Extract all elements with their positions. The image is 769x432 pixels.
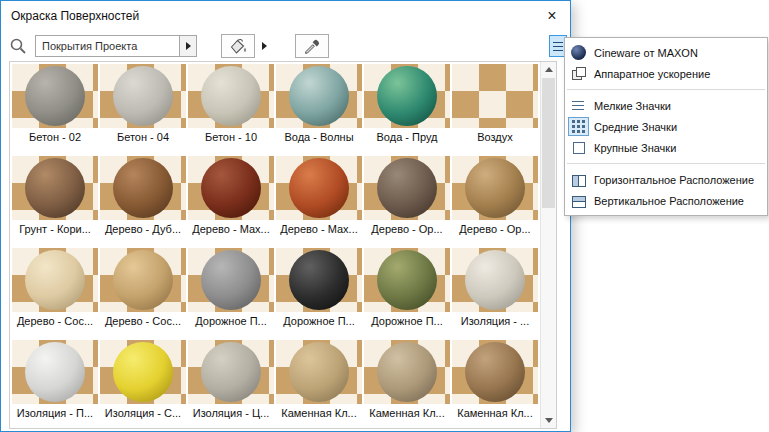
eyedropper-icon (303, 37, 321, 55)
vertical-scrollbar[interactable] (540, 62, 556, 428)
catalog-select-value: Покрытия Проекта (36, 36, 179, 56)
material-sphere (25, 342, 85, 402)
material-label: Каменная Кл... (276, 407, 362, 420)
material-label: Дорожное П... (364, 315, 450, 328)
menu-item-label: Вертикальное Расположение (594, 195, 744, 207)
material-item[interactable]: Бетон - 10 (188, 64, 274, 154)
material-item[interactable]: Дерево - Мах... (276, 156, 362, 246)
material-item[interactable]: Изоляция - П... (12, 340, 98, 428)
material-sphere (465, 342, 525, 402)
menu-item-icon-box (568, 64, 589, 83)
material-item[interactable]: Каменная Кл... (364, 340, 450, 428)
material-label: Изоляция - ... (452, 315, 538, 328)
paint-bucket-icon (228, 37, 248, 55)
close-button[interactable]: × (534, 2, 570, 31)
menu-item-icon-box (568, 138, 589, 157)
search-icon (9, 37, 27, 55)
material-thumbnail (452, 248, 538, 312)
material-thumbnail (12, 64, 98, 128)
horizontal-layout-icon (572, 175, 586, 187)
pick-surface-button[interactable] (295, 34, 329, 58)
material-thumbnail (100, 248, 186, 312)
scroll-down-button[interactable] (541, 413, 556, 428)
list-settings-icon (553, 42, 563, 51)
material-label: Изоляция - С... (100, 407, 186, 420)
material-label: Дорожное П... (188, 315, 274, 328)
material-item[interactable]: Дорожное П... (364, 248, 450, 338)
dialog-title: Окраска Поверхностей (11, 9, 139, 23)
menu-separator (567, 163, 765, 164)
material-thumbnail (276, 156, 362, 220)
menu-item-cineware[interactable]: Cineware от MAXON (565, 42, 767, 63)
material-label: Изоляция - П... (12, 407, 98, 420)
material-sphere (113, 250, 173, 310)
material-sphere (465, 250, 525, 310)
material-sphere (113, 158, 173, 218)
material-sphere (289, 342, 349, 402)
material-sphere (377, 66, 437, 126)
material-item[interactable]: Каменная Кл... (452, 340, 538, 428)
paint-options-arrow-button[interactable] (259, 34, 269, 58)
material-thumbnail (188, 64, 274, 128)
menu-item-icon-box (568, 96, 589, 115)
material-item[interactable]: Дерево - Дуб... (100, 156, 186, 246)
material-sphere (289, 158, 349, 218)
material-item[interactable]: Бетон - 02 (12, 64, 98, 154)
menu-item-icon-box (568, 117, 589, 136)
material-sphere (377, 158, 437, 218)
material-thumbnail (364, 156, 450, 220)
material-item[interactable]: Вода - Пруд (364, 64, 450, 154)
scrollbar-thumb[interactable] (542, 78, 555, 208)
menu-item-horizontal-layout[interactable]: Горизонтальное Расположение (565, 169, 767, 190)
chevron-down-icon (545, 418, 553, 423)
menu-item-small-icons[interactable]: Мелкие Значки (565, 95, 767, 116)
material-item[interactable]: Изоляция - Ц... (188, 340, 274, 428)
material-item[interactable]: Изоляция - ... (452, 248, 538, 338)
menu-item-hardware-acceleration[interactable]: Аппаратное ускорение (565, 63, 767, 84)
material-thumbnail (276, 340, 362, 404)
material-item[interactable]: Дерево - Сос... (12, 248, 98, 338)
menu-item-label: Горизонтальное Расположение (594, 174, 754, 186)
material-label: Бетон - 04 (100, 131, 186, 144)
material-item[interactable]: Бетон - 04 (100, 64, 186, 154)
catalog-select-arrow-button[interactable] (179, 36, 196, 56)
material-item[interactable]: Каменная Кл... (276, 340, 362, 428)
material-sphere (25, 158, 85, 218)
menu-item-icon-box (568, 170, 589, 189)
close-icon: × (547, 7, 556, 25)
material-item[interactable]: Дорожное П... (188, 248, 274, 338)
material-sphere (25, 66, 85, 126)
material-thumbnail (188, 340, 274, 404)
vertical-layout-icon (572, 196, 586, 208)
scroll-up-button[interactable] (541, 62, 556, 77)
cineware-icon (571, 45, 586, 60)
material-sphere (201, 250, 261, 310)
menu-item-medium-icons[interactable]: Средние Значки (565, 116, 767, 137)
menu-item-large-icons[interactable]: Крупные Значки (565, 137, 767, 158)
material-item[interactable]: Воздух (452, 64, 538, 154)
hardware-acceleration-icon (571, 66, 586, 81)
title-bar: Окраска Поверхностей × (1, 1, 570, 31)
material-item[interactable]: Дерево - Ор... (452, 156, 538, 246)
catalog-select[interactable]: Покрытия Проекта (35, 35, 197, 57)
material-item[interactable]: Изоляция - С... (100, 340, 186, 428)
menu-item-vertical-layout[interactable]: Вертикальное Расположение (565, 190, 767, 211)
material-item[interactable]: Дорожное П... (276, 248, 362, 338)
material-item[interactable]: Дерево - Сос... (100, 248, 186, 338)
material-thumbnail (100, 64, 186, 128)
material-sphere (289, 250, 349, 310)
material-item[interactable]: Грунт - Кори... (12, 156, 98, 246)
material-thumbnail (364, 340, 450, 404)
material-thumbnail (12, 248, 98, 312)
material-item[interactable]: Дерево - Мах... (188, 156, 274, 246)
material-item[interactable]: Вода - Волны (276, 64, 362, 154)
materials-grid: Бетон - 02Бетон - 04Бетон - 10Вода - Вол… (10, 62, 540, 428)
surfaces-dialog: Окраска Поверхностей × Покрытия Проекта (0, 0, 571, 432)
material-label: Дорожное П... (276, 315, 362, 328)
material-item[interactable]: Дерево - Ор... (364, 156, 450, 246)
material-label: Бетон - 10 (188, 131, 274, 144)
material-thumbnail (12, 340, 98, 404)
chevron-right-icon (262, 42, 267, 50)
material-sphere (377, 250, 437, 310)
paint-surface-button[interactable] (221, 34, 255, 58)
